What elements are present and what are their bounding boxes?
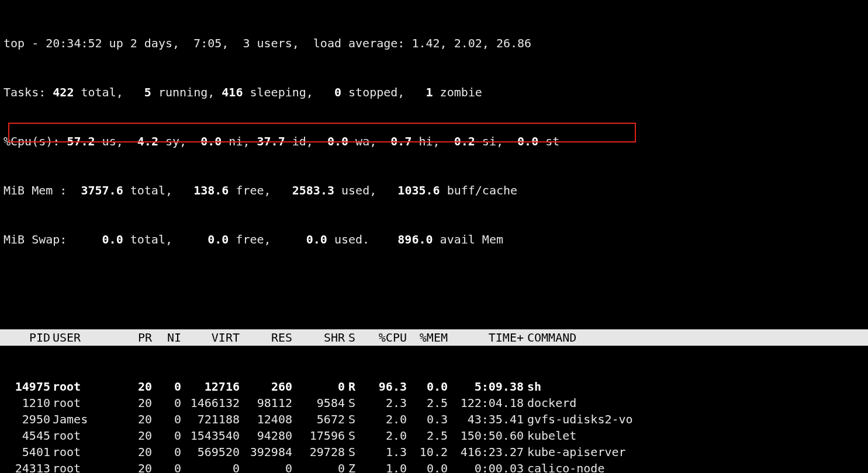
- cell-res: 392984: [240, 444, 292, 460]
- cell-pid: 24313: [4, 460, 50, 473]
- cell-virt: 1466132: [181, 395, 240, 411]
- cell-pr: 20: [111, 378, 152, 395]
- summary-line-uptime: top - 20:34:52 up 2 days, 7:05, 3 users,…: [4, 35, 864, 51]
- table-row: 24313root200000Z1.00.00:00.03calico-node: [4, 460, 864, 473]
- cell-cmd: sh: [524, 378, 864, 395]
- cell-cpu: 2.0: [366, 427, 407, 444]
- cell-cpu: 1.0: [366, 460, 407, 473]
- cell-ni: 0: [152, 378, 181, 395]
- cell-cmd: kubelet: [524, 427, 864, 444]
- col-user: USER: [50, 329, 111, 346]
- cell-s: S: [345, 395, 366, 411]
- summary-line-cpu: %Cpu(s): 57.2 us, 4.2 sy, 0.0 ni, 37.7 i…: [4, 133, 864, 149]
- cell-time: 150:50.60: [448, 427, 524, 444]
- cell-res: 260: [240, 378, 292, 395]
- cell-mem: 0.3: [407, 411, 448, 427]
- summary-line-swap: MiB Swap: 0.0 total, 0.0 free, 0.0 used.…: [4, 231, 864, 248]
- cell-pr: 20: [111, 427, 152, 444]
- cell-time: 43:35.41: [448, 411, 524, 427]
- cell-s: S: [345, 411, 366, 427]
- cell-cpu: 1.3: [366, 444, 407, 460]
- cell-mem: 2.5: [407, 427, 448, 444]
- table-row: 5401root20056952039298429728S1.310.2416:…: [4, 444, 864, 460]
- cell-shr: 0: [292, 460, 345, 473]
- cell-cmd: calico-node: [524, 460, 864, 473]
- cell-ni: 0: [152, 427, 181, 444]
- cell-shr: 5672: [292, 411, 345, 427]
- col-time: TIME+: [448, 329, 524, 346]
- cell-ni: 0: [152, 395, 181, 411]
- process-table-header: PIDUSERPRNIVIRTRESSHRS%CPU%MEMTIME+COMMA…: [0, 329, 868, 346]
- cell-cmd: dockerd: [524, 395, 864, 411]
- col-s: S: [345, 329, 366, 346]
- cell-shr: 0: [292, 378, 345, 395]
- table-row: 2950James200721188124085672S2.00.343:35.…: [4, 411, 864, 427]
- cell-s: R: [345, 378, 366, 395]
- cell-time: 416:23.27: [448, 444, 524, 460]
- cell-cpu: 2.3: [366, 395, 407, 411]
- cell-res: 0: [240, 460, 292, 473]
- cell-user: root: [50, 378, 111, 395]
- cell-user: root: [50, 460, 111, 473]
- process-table-body: 14975root200127162600R96.30.05:09.38sh12…: [4, 378, 864, 473]
- cell-virt: 1543540: [181, 427, 240, 444]
- cell-user: root: [50, 427, 111, 444]
- cell-mem: 2.5: [407, 395, 448, 411]
- col-pid: PID: [4, 329, 50, 346]
- cell-user: James: [50, 411, 111, 427]
- cell-s: Z: [345, 460, 366, 473]
- cell-res: 12408: [240, 411, 292, 427]
- cell-cpu: 2.0: [366, 411, 407, 427]
- cell-time: 5:09.38: [448, 378, 524, 395]
- cell-virt: 721188: [181, 411, 240, 427]
- col-mem: %MEM: [407, 329, 448, 346]
- terminal-output[interactable]: top - 20:34:52 up 2 days, 7:05, 3 users,…: [0, 0, 868, 473]
- cell-pr: 20: [111, 444, 152, 460]
- col-shr: SHR: [292, 329, 345, 346]
- cell-time: 122:04.18: [448, 395, 524, 411]
- table-row: 1210root2001466132981129584S2.32.5122:04…: [4, 395, 864, 411]
- cell-cpu: 96.3: [366, 378, 407, 395]
- cell-pr: 20: [111, 395, 152, 411]
- table-row: 14975root200127162600R96.30.05:09.38sh: [4, 378, 864, 395]
- col-cmd: COMMAND: [524, 329, 868, 346]
- cell-res: 94280: [240, 427, 292, 444]
- cell-shr: 17596: [292, 427, 345, 444]
- cell-s: S: [345, 444, 366, 460]
- cell-ni: 0: [152, 444, 181, 460]
- cell-pid: 4545: [4, 427, 50, 444]
- cell-virt: 569520: [181, 444, 240, 460]
- cell-shr: 29728: [292, 444, 345, 460]
- cell-shr: 9584: [292, 395, 345, 411]
- cell-cmd: kube-apiserver: [524, 444, 864, 460]
- summary-line-mem: MiB Mem : 3757.6 total, 138.6 free, 2583…: [4, 182, 864, 199]
- summary-line-tasks: Tasks: 422 total, 5 running, 416 sleepin…: [4, 84, 864, 100]
- cell-pr: 20: [111, 411, 152, 427]
- cell-virt: 0: [181, 460, 240, 473]
- cell-user: root: [50, 444, 111, 460]
- cell-pid: 14975: [4, 378, 50, 395]
- cell-cmd: gvfs-udisks2-vo: [524, 411, 864, 427]
- cell-pid: 5401: [4, 444, 50, 460]
- col-cpu: %CPU: [366, 329, 407, 346]
- cell-time: 0:00.03: [448, 460, 524, 473]
- col-res: RES: [240, 329, 292, 346]
- cell-pid: 2950: [4, 411, 50, 427]
- col-pr: PR: [111, 329, 152, 346]
- cell-pid: 1210: [4, 395, 50, 411]
- col-ni: NI: [152, 329, 181, 346]
- cell-pr: 20: [111, 460, 152, 473]
- col-virt: VIRT: [181, 329, 240, 346]
- cell-ni: 0: [152, 411, 181, 427]
- cell-ni: 0: [152, 460, 181, 473]
- cell-mem: 0.0: [407, 378, 448, 395]
- cell-user: root: [50, 395, 111, 411]
- cell-s: S: [345, 427, 366, 444]
- table-row: 4545root20015435409428017596S2.02.5150:5…: [4, 427, 864, 444]
- cell-virt: 12716: [181, 378, 240, 395]
- cell-res: 98112: [240, 395, 292, 411]
- cell-mem: 10.2: [407, 444, 448, 460]
- cell-mem: 0.0: [407, 460, 448, 473]
